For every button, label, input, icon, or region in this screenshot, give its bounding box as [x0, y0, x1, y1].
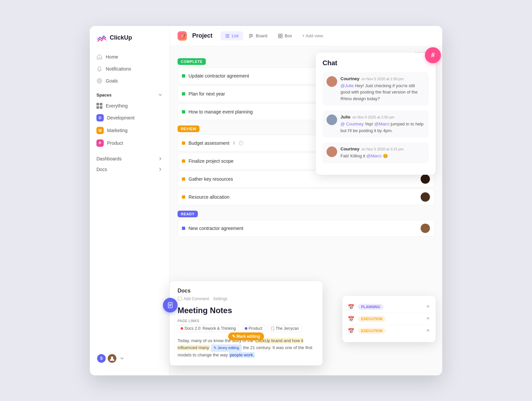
settings-label: Settings [213, 297, 227, 301]
sidebar-goals-label: Goals [106, 78, 118, 84]
task-row[interactable]: Resource allocation [178, 189, 434, 205]
schedule-row-1: 📅 PLANNING ⚑ [348, 301, 430, 313]
svg-rect-8 [278, 36, 280, 38]
svg-rect-7 [281, 34, 282, 36]
view-tabs: List Board Box [220, 31, 327, 40]
board-icon [249, 34, 254, 38]
chat-message-1: Courtney on Nov 5 2020 at 1:50 pm @Julie… [323, 72, 429, 106]
user-avatar-2 [107, 353, 117, 363]
page-link-docs-label: Docs 2.0: Rework & Thinking [185, 326, 236, 331]
page-link-product[interactable]: Product [242, 325, 265, 332]
chat-avatar-julie [327, 114, 337, 125]
task-name: Finalize project scope [189, 158, 233, 164]
project-title: Project [192, 32, 212, 39]
chevron-right-icon-2 [158, 167, 163, 172]
sidebar-item-home[interactable]: Home [92, 51, 167, 63]
svg-rect-12 [178, 297, 182, 300]
tab-list[interactable]: List [220, 31, 243, 40]
docs-link-dot [181, 327, 183, 330]
sidebar-item-goals[interactable]: Goals [92, 75, 167, 87]
sidebar-item-notifications[interactable]: Notifications [92, 63, 167, 75]
tab-list-label: List [232, 33, 238, 38]
flag-icon-2: ⚑ [426, 316, 430, 321]
grid-icon [96, 103, 102, 109]
chat-avatar-courtney-2 [327, 146, 337, 157]
status-badge-complete: COMPLETE [178, 58, 206, 65]
svg-rect-5 [251, 34, 252, 37]
sidebar-item-product[interactable]: P Product [92, 137, 167, 149]
task-name: Resource allocation [189, 194, 229, 200]
marketing-label: Marketing [107, 128, 127, 133]
add-comment-button[interactable]: Add Comment [178, 297, 209, 301]
chat-panel: # Chat Courtney on Nov 5 2020 at 1:50 pm… [316, 53, 436, 175]
tab-box-label: Box [285, 33, 292, 38]
calendar-icon-2: 📅 [348, 316, 354, 322]
hash-button[interactable]: # [425, 47, 441, 63]
document-icon [167, 302, 174, 308]
task-dot [182, 74, 185, 78]
task-avatar [421, 192, 430, 202]
svg-rect-4 [249, 34, 251, 38]
logo[interactable]: ClickUp [90, 33, 169, 51]
task-dot [182, 227, 185, 230]
page-link-product-label: Product [249, 326, 262, 331]
comment-icon [178, 297, 182, 301]
mark-editing-button[interactable]: ✎ Mark editing [228, 332, 264, 340]
page-links: Docs 2.0: Rework & Thinking Product The … [178, 325, 315, 332]
product-label: Product [107, 140, 123, 146]
task-name: Plan for next year [189, 91, 225, 97]
sidebar-footer: S [90, 348, 169, 369]
sidebar-item-docs[interactable]: Docs [92, 164, 167, 175]
sidebar-item-marketing[interactable]: M Marketing [92, 124, 167, 136]
settings-button[interactable]: Settings [213, 297, 227, 301]
sidebar-item-development[interactable]: D Development [92, 112, 167, 124]
chevron-down-icon [158, 93, 163, 97]
sidebar-home-label: Home [106, 54, 118, 60]
task-name: Update contractor agreement [189, 73, 249, 79]
flag-icon-3: ⚑ [426, 328, 430, 333]
task-count: 3 [233, 141, 235, 145]
spaces-header: Spaces [90, 87, 169, 100]
svg-rect-13 [271, 327, 274, 330]
chat-message-3: Courtney on Nov 5 2020 at 3:15 pm Fab! K… [323, 142, 429, 163]
chat-time-1: on Nov 5 2020 at 1:50 pm [361, 77, 404, 81]
development-label: Development [107, 115, 135, 120]
schedule-row-3: 📅 EXECUTION ⚑ [348, 325, 430, 337]
task-row[interactable]: New contractor agreement [178, 220, 434, 237]
sidebar-item-dashboards[interactable]: Dashboards [92, 153, 167, 164]
tab-board-label: Board [256, 33, 267, 38]
product-link-dot [245, 327, 247, 330]
tab-box[interactable]: Box [273, 31, 297, 40]
chat-text-1: @Julie Hey! Just checking if you're stil… [340, 83, 425, 102]
doc-file-icon [271, 326, 274, 330]
svg-rect-6 [278, 34, 280, 36]
docs-floating-button[interactable] [163, 298, 178, 312]
tab-board[interactable]: Board [244, 31, 272, 40]
page-link-jerrycan-label: The Jerrycan [276, 326, 299, 331]
task-dot [182, 159, 185, 163]
add-view-label: + Add view [302, 33, 323, 38]
everything-label: Everything [106, 103, 128, 108]
chat-name-2: Julie [340, 114, 350, 119]
sidebar-item-everything[interactable]: Everything [92, 100, 167, 111]
docs-panel: Docs Add Comment Settings Meeting Notes … [170, 281, 323, 365]
add-view-button[interactable]: + Add view [298, 31, 327, 40]
svg-point-3 [111, 356, 113, 359]
calendar-icon-3: 📅 [348, 328, 354, 334]
chat-title: Chat [323, 59, 429, 67]
home-icon [96, 54, 102, 60]
docs-label: Docs [96, 167, 107, 172]
task-name: Budget assessment [189, 140, 229, 146]
highlighted-blue: people work. [229, 352, 255, 358]
chat-name-3: Courtney [340, 146, 359, 151]
sidebar: ClickUp Home Notifications [90, 26, 170, 375]
svg-rect-9 [281, 36, 282, 38]
page-link-jerrycan[interactable]: The Jerrycan [268, 325, 302, 332]
hash-symbol: # [431, 51, 435, 59]
chevron-right-icon [158, 156, 163, 161]
task-avatar [421, 174, 430, 184]
chat-time-2: on Nov 5 2020 at 2:50 pm [352, 115, 395, 119]
main-header: 🎯 Project List Board [170, 26, 442, 46]
refresh-icon [238, 140, 244, 146]
page-link-docs[interactable]: Docs 2.0: Rework & Thinking [178, 325, 239, 332]
